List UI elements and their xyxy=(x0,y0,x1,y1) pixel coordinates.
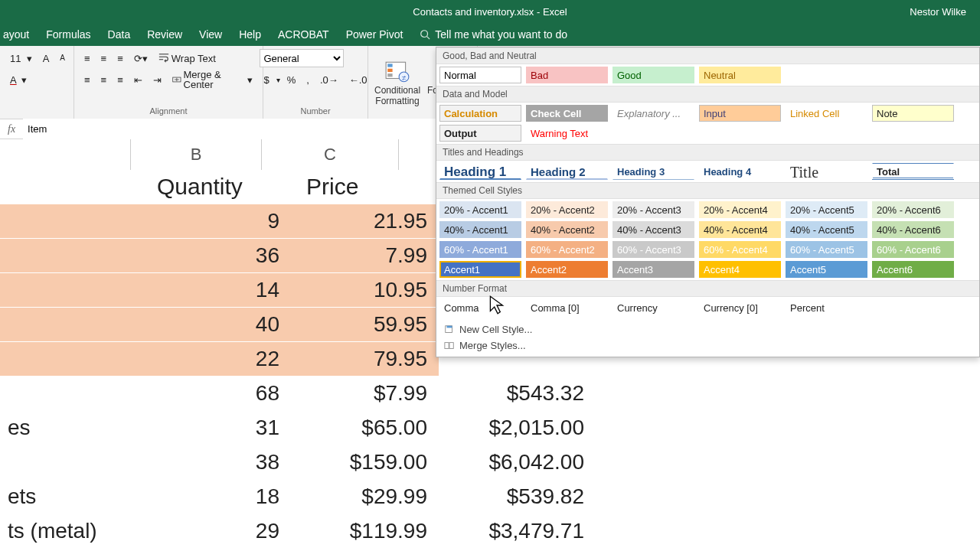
style-20-accent5[interactable]: 20% - Accent5 xyxy=(786,201,867,218)
svg-rect-18 xyxy=(449,342,453,348)
style-60-accent4[interactable]: 60% - Accent4 xyxy=(699,241,781,258)
style-20-accent3[interactable]: 20% - Accent3 xyxy=(612,201,694,218)
style-40-accent2[interactable]: 40% - Accent2 xyxy=(526,221,608,238)
svg-rect-6 xyxy=(387,73,392,77)
decrease-decimal-icon[interactable]: ←.0 xyxy=(345,70,371,89)
style-60-accent3[interactable]: 60% - Accent3 xyxy=(612,241,694,258)
style-heading2[interactable]: Heading 2 xyxy=(526,163,608,180)
new-style-icon xyxy=(444,324,455,335)
style-20-accent6[interactable]: 20% - Accent6 xyxy=(872,201,954,218)
new-cell-style-menu[interactable]: New Cell Style... xyxy=(436,321,979,337)
tab-formulas[interactable]: Formulas xyxy=(46,28,90,41)
style-heading3[interactable]: Heading 3 xyxy=(612,163,694,180)
align-center-icon[interactable]: ≡ xyxy=(97,70,111,89)
currency-format-icon[interactable]: $ xyxy=(260,70,273,89)
table-row[interactable]: 38$159.00$6,042.00 xyxy=(0,445,980,480)
svg-rect-17 xyxy=(445,342,449,348)
increase-indent-icon[interactable]: ⇥ xyxy=(149,70,165,89)
style-60-accent6[interactable]: 60% - Accent6 xyxy=(872,241,954,258)
style-bad[interactable]: Bad xyxy=(526,67,608,83)
style-percent[interactable]: Percent xyxy=(786,299,867,316)
style-good[interactable]: Good xyxy=(612,67,694,83)
merge-center-button[interactable]: Merge & Center ▾ xyxy=(168,70,256,89)
tab-view[interactable]: View xyxy=(199,28,222,41)
tab-layout[interactable]: ayout xyxy=(3,28,29,41)
tell-me-search[interactable]: Tell me what you want to do xyxy=(420,28,567,41)
style-comma[interactable]: Comma xyxy=(439,299,521,316)
style-currency[interactable]: Currency xyxy=(612,299,694,316)
style-accent3[interactable]: Accent3 xyxy=(612,261,694,278)
align-left-icon[interactable]: ≡ xyxy=(80,70,94,89)
style-warning-text[interactable]: Warning Text xyxy=(526,125,608,142)
tab-review[interactable]: Review xyxy=(147,28,182,41)
style-40-accent6[interactable]: 40% - Accent6 xyxy=(872,221,954,238)
header-price[interactable]: Price xyxy=(299,170,454,204)
tab-acrobat[interactable]: ACROBAT xyxy=(278,28,329,41)
col-header-b[interactable]: B xyxy=(131,139,262,170)
align-bottom-icon[interactable]: ≡ xyxy=(113,49,127,67)
style-neutral[interactable]: Neutral xyxy=(699,67,781,83)
align-middle-icon[interactable]: ≡ xyxy=(97,49,111,67)
wrap-text-button[interactable]: Wrap Text xyxy=(155,49,220,67)
user-name: Nestor Wilke xyxy=(910,6,966,18)
tab-help[interactable]: Help xyxy=(239,28,261,41)
decrease-indent-icon[interactable]: ⇤ xyxy=(130,70,146,89)
fx-icon[interactable]: fx xyxy=(0,123,23,135)
style-output[interactable]: Output xyxy=(439,125,521,142)
comma-format-icon[interactable]: , xyxy=(302,70,313,89)
style-60-accent5[interactable]: 60% - Accent5 xyxy=(786,241,867,258)
table-row[interactable]: es31$65.00$2,015.00 xyxy=(0,411,980,445)
style-accent1[interactable]: Accent1 xyxy=(439,261,521,278)
table-row[interactable]: ets18$29.99$539.82 xyxy=(0,480,980,514)
tab-data[interactable]: Data xyxy=(108,28,131,41)
number-format-select[interactable]: General xyxy=(260,49,344,67)
style-accent6[interactable]: Accent6 xyxy=(872,261,954,278)
style-60-accent1[interactable]: 60% - Accent1 xyxy=(439,241,521,258)
wrap-text-icon xyxy=(158,53,169,64)
style-40-accent5[interactable]: 40% - Accent5 xyxy=(786,221,867,238)
style-normal[interactable]: Normal xyxy=(439,67,521,83)
merge-icon xyxy=(172,74,181,85)
style-currency0[interactable]: Currency [0] xyxy=(699,299,781,316)
conditional-formatting-button[interactable]: ≠ Conditional Formatting xyxy=(374,60,420,106)
tab-power-pivot[interactable]: Power Pivot xyxy=(346,28,403,41)
style-40-accent4[interactable]: 40% - Accent4 xyxy=(699,221,781,238)
merge-styles-menu[interactable]: Merge Styles... xyxy=(436,337,979,354)
font-size-selector[interactable]: 11 ▾ xyxy=(6,49,36,67)
style-accent2[interactable]: Accent2 xyxy=(526,261,608,278)
style-title[interactable]: Title xyxy=(786,163,867,180)
style-40-accent1[interactable]: 40% - Accent1 xyxy=(439,221,521,238)
gallery-section-themed: Themed Cell Styles xyxy=(436,182,979,199)
style-total[interactable]: Total xyxy=(872,163,954,180)
table-row[interactable]: ts (metal)29$119.99$3,479.71 xyxy=(0,514,980,549)
style-20-accent4[interactable]: 20% - Accent4 xyxy=(699,201,781,218)
font-shrink-icon[interactable]: A xyxy=(56,49,69,67)
style-20-accent2[interactable]: 20% - Accent2 xyxy=(526,201,608,218)
style-heading1[interactable]: Heading 1 xyxy=(439,163,521,180)
align-right-icon[interactable]: ≡ xyxy=(113,70,127,89)
orientation-icon[interactable]: ⟳▾ xyxy=(130,49,152,67)
style-40-accent3[interactable]: 40% - Accent3 xyxy=(612,221,694,238)
gallery-section-data-model: Data and Model xyxy=(436,86,979,103)
style-accent4[interactable]: Accent4 xyxy=(699,261,781,278)
font-color-icon[interactable]: A ▾ xyxy=(6,70,31,89)
align-top-icon[interactable]: ≡ xyxy=(80,49,94,67)
increase-decimal-icon[interactable]: .0→ xyxy=(316,70,342,89)
style-accent5[interactable]: Accent5 xyxy=(786,261,867,278)
font-grow-icon[interactable]: A xyxy=(39,49,54,67)
style-60-accent2[interactable]: 60% - Accent2 xyxy=(526,241,608,258)
style-comma0[interactable]: Comma [0] xyxy=(526,299,608,316)
style-check-cell[interactable]: Check Cell xyxy=(526,105,608,122)
percent-format-icon[interactable]: % xyxy=(283,70,300,89)
style-note[interactable]: Note xyxy=(872,105,954,122)
col-header-c[interactable]: C xyxy=(262,139,399,170)
table-row[interactable]: 68$7.99$543.32 xyxy=(0,377,980,411)
col-header-a[interactable] xyxy=(0,139,131,170)
style-input[interactable]: Input xyxy=(699,105,781,122)
style-explanatory[interactable]: Explanatory ... xyxy=(612,105,694,122)
style-20-accent1[interactable]: 20% - Accent1 xyxy=(439,201,521,218)
style-calculation[interactable]: Calculation xyxy=(439,105,521,122)
style-linked-cell[interactable]: Linked Cell xyxy=(786,105,867,122)
style-heading4[interactable]: Heading 4 xyxy=(699,163,781,180)
header-quantity[interactable]: Quantity xyxy=(149,170,299,204)
